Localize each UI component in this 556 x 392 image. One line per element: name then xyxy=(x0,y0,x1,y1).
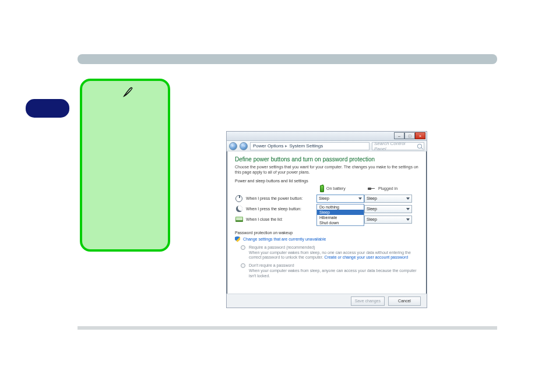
minimize-button[interactable]: – xyxy=(394,132,404,139)
power-button-battery-options[interactable]: Do nothing Sleep Hibernate Shut down xyxy=(316,204,364,226)
page-title: Define power buttons and turn on passwor… xyxy=(235,156,418,163)
row-power-button: When I press the power button: xyxy=(235,195,316,203)
shield-icon xyxy=(235,236,240,242)
sleep-button-plugged-select[interactable]: Sleep xyxy=(364,205,412,213)
option-title: Don't require a password xyxy=(249,263,294,267)
laptop-lid-icon xyxy=(235,217,243,222)
chevron-down-icon xyxy=(406,208,410,210)
row-label-text: When I close the lid: xyxy=(246,217,283,221)
power-icon xyxy=(235,195,242,202)
change-settings-link[interactable]: Change settings that are currently unava… xyxy=(243,236,326,241)
power-options-window: – □ × ← → Power Options ▸ System Setting… xyxy=(226,131,427,308)
close-lid-plugged-select[interactable]: Sleep xyxy=(364,216,412,224)
search-icon xyxy=(417,144,422,149)
breadcrumb-seg[interactable]: Power Options xyxy=(253,143,283,149)
breadcrumb-seg[interactable]: System Settings xyxy=(289,143,323,149)
power-button-battery-select[interactable]: Sleep xyxy=(316,195,364,203)
select-option-sleep[interactable]: Sleep xyxy=(317,210,364,215)
column-label: On battery xyxy=(326,186,346,190)
close-button[interactable]: × xyxy=(415,132,425,139)
select-value: Sleep xyxy=(367,196,377,200)
section-subhead: Power and sleep buttons and lid settings xyxy=(235,179,418,183)
settings-grid: On battery Plugged in When I press the p… xyxy=(235,185,418,224)
chevron-down-icon xyxy=(358,197,362,200)
select-option-shut-down[interactable]: Shut down xyxy=(317,220,364,225)
column-plugged-in: Plugged in xyxy=(364,186,412,191)
chevron-down-icon xyxy=(406,197,410,200)
address-bar: ← → Power Options ▸ System Settings Sear… xyxy=(227,141,427,151)
page-description: Choose the power settings that you want … xyxy=(235,165,418,175)
select-option-hibernate[interactable]: Hibernate xyxy=(317,215,364,220)
section-subhead: Password protection on wakeup xyxy=(235,231,418,235)
create-change-password-link[interactable]: Create or change your user account passw… xyxy=(325,255,409,259)
option-description: When your computer wakes from sleep, any… xyxy=(249,269,418,279)
window-titlebar[interactable]: – □ × xyxy=(227,132,427,141)
breadcrumb[interactable]: Power Options ▸ System Settings xyxy=(250,142,370,150)
nav-back-button[interactable]: ← xyxy=(229,142,237,150)
option-description: When your computer wakes from sleep, no … xyxy=(249,250,418,261)
pen-icon xyxy=(123,87,133,100)
side-badge xyxy=(26,99,69,118)
page-footer-rule xyxy=(78,326,497,330)
window-footer: Save changes Cancel xyxy=(227,294,427,308)
note-callout-box xyxy=(80,79,170,252)
select-value: Sleep xyxy=(367,207,377,211)
select-option-do-nothing[interactable]: Do nothing xyxy=(317,204,364,210)
radio-icon xyxy=(241,263,245,268)
battery-icon xyxy=(320,185,324,192)
dont-require-password-option: Don't require a password When your compu… xyxy=(235,263,418,279)
chevron-down-icon xyxy=(406,218,410,221)
chevron-right-icon: ▸ xyxy=(285,143,287,149)
cancel-button[interactable]: Cancel xyxy=(388,296,421,306)
require-password-option: Require a password (recommended) When yo… xyxy=(235,245,418,261)
search-placeholder: Search Control Panel xyxy=(374,141,417,151)
search-input[interactable]: Search Control Panel xyxy=(372,142,424,150)
window-content: Define power buttons and turn on passwor… xyxy=(227,151,427,282)
nav-forward-button[interactable]: → xyxy=(240,142,248,150)
row-sleep-button: When I press the sleep button: xyxy=(235,205,316,213)
save-changes-button: Save changes xyxy=(351,296,385,306)
page-header-bar xyxy=(78,54,497,64)
option-title: Require a password (recommended) xyxy=(249,245,315,249)
select-value: Sleep xyxy=(367,217,377,221)
select-value: Sleep xyxy=(319,196,329,200)
radio-icon xyxy=(241,245,245,250)
power-button-plugged-select[interactable]: Sleep xyxy=(364,195,412,203)
column-label: Plugged in xyxy=(378,186,397,190)
column-on-battery: On battery xyxy=(316,185,364,192)
plug-icon xyxy=(368,186,376,191)
row-label-text: When I press the power button: xyxy=(246,196,302,200)
maximize-button[interactable]: □ xyxy=(404,132,415,139)
moon-icon xyxy=(236,206,242,212)
row-label-text: When I press the sleep button: xyxy=(246,207,301,211)
row-close-lid: When I close the lid: xyxy=(235,216,316,224)
password-protection-section: Password protection on wakeup Change set… xyxy=(235,231,418,279)
